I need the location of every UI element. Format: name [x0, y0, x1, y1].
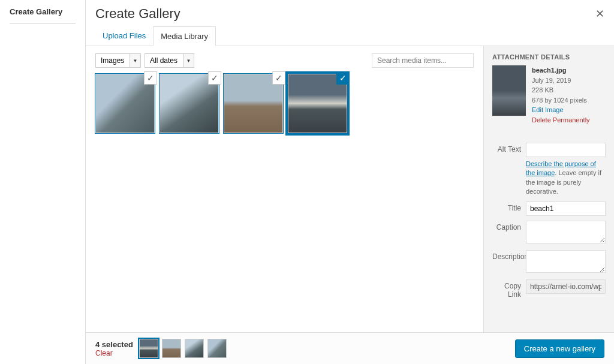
alt-text-input[interactable] — [526, 143, 606, 157]
media-library-area: Images ▼ All dates ▼ ✓ — [86, 46, 483, 332]
tab-media-library[interactable]: Media Library — [153, 26, 216, 46]
field-alt-text: Alt Text Describe the purpose of the ima… — [492, 143, 606, 197]
attachment-details-sidebar: ATTACHMENT DETAILS beach1.jpg July 19, 2… — [483, 46, 614, 332]
selection-info: 4 selected Clear — [95, 340, 133, 357]
check-icon[interactable]: ✓ — [208, 71, 221, 85]
attachment-summary: beach1.jpg July 19, 2019 228 KB 678 by 1… — [492, 65, 606, 125]
tabs: Upload Files Media Library — [86, 26, 614, 46]
filter-type-select[interactable]: Images — [95, 53, 130, 68]
search-input[interactable] — [372, 53, 474, 68]
field-copy-link: Copy Link — [492, 279, 606, 299]
title-label: Title — [492, 201, 526, 216]
check-icon[interactable]: ✓ — [144, 71, 157, 85]
attachment-filename: beach1.jpg — [532, 65, 590, 76]
selection-thumb[interactable] — [139, 339, 158, 358]
thumbnail-grid: ✓ ✓ ✓ ✓ — [95, 74, 474, 133]
attachment-preview — [492, 65, 526, 116]
selection-thumb[interactable] — [207, 339, 227, 358]
attachment-dimensions: 678 by 1024 pixels — [532, 95, 590, 106]
create-gallery-button[interactable]: Create a new gallery — [515, 339, 604, 358]
create-gallery-modal: Create Gallery Create Gallery ✕ Upload F… — [0, 0, 614, 364]
media-thumbnail[interactable]: ✓ — [224, 74, 283, 133]
alt-text-help: Describe the purpose of the image. Leave… — [526, 160, 606, 197]
selected-count: 4 selected — [95, 340, 133, 349]
filters: Images ▼ All dates ▼ — [95, 53, 194, 68]
modal-footer: 4 selected Clear Create a new gallery — [86, 333, 614, 364]
main-area: Create Gallery ✕ Upload Files Media Libr… — [86, 0, 614, 364]
chevron-down-icon: ▼ — [130, 53, 141, 68]
toolbar: Images ▼ All dates ▼ — [95, 53, 474, 68]
left-panel-title: Create Gallery — [10, 7, 76, 24]
title-input[interactable] — [526, 201, 606, 216]
footer-left: 4 selected Clear — [95, 339, 227, 358]
media-thumbnail[interactable]: ✓ — [288, 74, 347, 133]
clear-selection-link[interactable]: Clear — [95, 349, 133, 357]
left-panel: Create Gallery — [0, 0, 86, 364]
description-input[interactable] — [526, 250, 606, 273]
edit-image-link[interactable]: Edit Image — [532, 105, 590, 115]
filter-date-select[interactable]: All dates — [145, 53, 183, 68]
selection-thumb[interactable] — [162, 339, 181, 358]
media-thumbnail[interactable]: ✓ — [159, 74, 219, 133]
filter-type[interactable]: Images ▼ — [95, 53, 141, 68]
description-label: Description — [492, 250, 526, 275]
modal-header: Create Gallery ✕ — [86, 0, 614, 26]
selection-thumb[interactable] — [185, 339, 204, 358]
attachment-meta: beach1.jpg July 19, 2019 228 KB 678 by 1… — [532, 65, 590, 125]
sidebar-heading: ATTACHMENT DETAILS — [492, 53, 606, 61]
check-icon[interactable]: ✓ — [272, 71, 285, 85]
close-icon[interactable]: ✕ — [595, 7, 604, 20]
attachment-date: July 19, 2019 — [532, 76, 590, 86]
media-thumbnail[interactable]: ✓ — [95, 74, 155, 133]
field-description: Description — [492, 250, 606, 275]
alt-text-label: Alt Text — [492, 143, 526, 197]
caption-input[interactable] — [526, 221, 606, 243]
field-caption: Caption — [492, 221, 606, 245]
tab-upload-files[interactable]: Upload Files — [95, 26, 153, 46]
attachment-size: 228 KB — [532, 85, 590, 95]
content-area: Images ▼ All dates ▼ ✓ — [86, 46, 614, 333]
selection-tray — [139, 339, 227, 358]
caption-label: Caption — [492, 221, 526, 245]
chevron-down-icon: ▼ — [183, 53, 194, 68]
delete-permanently-link[interactable]: Delete Permanently — [532, 115, 590, 125]
field-title: Title — [492, 201, 606, 216]
check-icon[interactable]: ✓ — [336, 71, 350, 85]
filter-date[interactable]: All dates ▼ — [145, 53, 194, 68]
copy-link-label: Copy Link — [492, 279, 526, 299]
page-title: Create Gallery — [95, 6, 604, 26]
copy-link-input[interactable] — [526, 279, 606, 294]
